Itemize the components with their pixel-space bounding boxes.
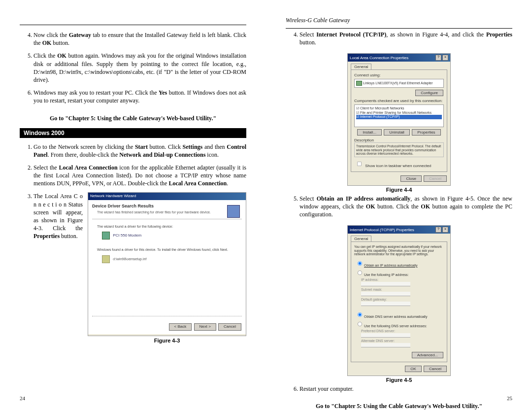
fig4-caption: Figure 4-4 <box>347 187 451 193</box>
pdns-input <box>361 333 410 338</box>
wizard-icon <box>227 205 240 218</box>
adapter-name: Linksys LNE100TX(v5) Fast Ethernet Adapt… <box>363 81 433 85</box>
left-step-5: Click the OK button again. Windows may a… <box>33 52 246 84</box>
nic-icon <box>356 81 362 86</box>
ip-input <box>361 282 410 286</box>
left-step-6: Windows may ask you to restart your PC. … <box>33 89 246 104</box>
fig3-title: Network Hardware Wizard <box>90 194 136 199</box>
device-icon <box>102 232 110 240</box>
figure-4-4: Local Area Connection Properties ? × Gen… <box>347 53 451 185</box>
gateway-label: Default gateway: <box>361 298 396 301</box>
cancel-button[interactable]: Cancel <box>218 323 241 331</box>
show-icon-checkbox[interactable] <box>357 162 362 166</box>
left-step-4: Now click the Gateway tab to ensure that… <box>33 31 246 47</box>
left-b-step-2: Select the Local Area Connection icon fo… <box>33 164 246 188</box>
use-dns-label: Use the following DNS server addresses: <box>364 324 427 328</box>
obtain-dns-label: Obtain DNS server address automatically <box>364 315 427 318</box>
ok-button[interactable]: OK <box>405 366 422 372</box>
fig4-cancel-button: Cancel <box>424 175 447 182</box>
back-button[interactable]: < Back <box>169 323 192 331</box>
left-list-b: Go to the Network screen by clicking the… <box>20 143 246 350</box>
component-client: Client for Microsoft Networks <box>360 106 404 110</box>
fig4-tab[interactable]: General <box>351 64 371 69</box>
configure-button[interactable]: Configure <box>415 90 443 96</box>
fig5-blurb: You can get IP settings assigned automat… <box>354 245 444 255</box>
right-step-6: Restart your computer. <box>299 385 512 393</box>
install-button[interactable]: Install... <box>357 129 382 136</box>
properties-button[interactable]: Properties <box>412 129 440 136</box>
gateway-input <box>361 302 410 306</box>
components-list[interactable]: ☑ Client for Microsoft Networks ☑ File a… <box>354 104 444 127</box>
adapter-field: Linksys LNE100TX(v5) Fast Ethernet Adapt… <box>354 79 444 88</box>
right-list-3: Restart your computer. <box>286 385 512 398</box>
use-ip-label: Use the following IP address: <box>364 273 409 276</box>
fig5-tab[interactable]: General <box>351 236 371 241</box>
fig5-caption: Figure 4-5 <box>347 377 451 383</box>
description-text: Transmission Control Protocol/Internet P… <box>354 142 444 157</box>
close-icon[interactable]: × <box>442 227 448 233</box>
right-list: Select Internet Protocol (TCP/IP), as sh… <box>286 31 512 51</box>
pdns-label: Preferred DNS server: <box>361 329 396 333</box>
help-icon[interactable]: ? <box>435 55 441 61</box>
uninstall-button[interactable]: Uninstall <box>384 129 410 136</box>
advanced-button[interactable]: Advanced... <box>412 352 443 358</box>
adns-input <box>361 343 410 347</box>
left-goto: Go to "Chapter 5: Using the Cable Gatewa… <box>20 115 246 122</box>
fig4-titlebar: Local Area Connection Properties ? × <box>348 54 450 62</box>
fig3-path: d:\win98\oemsetup.inf <box>113 257 146 261</box>
fig3-device: PCI 550 Modem <box>113 233 141 238</box>
section-windows-2000: Windows 2000 <box>20 128 246 138</box>
figure-4-3: Network Hardware Wizard Device Driver Se… <box>88 192 246 336</box>
left-b-step-3: The Local Area C o n n e c t i o n Statu… <box>33 192 246 344</box>
mask-input <box>361 292 410 296</box>
right-list-2: Select Obtain an IP address automaticall… <box>286 195 512 224</box>
next-button[interactable]: Next > <box>194 323 216 331</box>
right-step-4: Select Internet Protocol (TCP/IP), as sh… <box>299 31 512 46</box>
fig3-sub: The wizard has finished searching for dr… <box>97 210 227 214</box>
connect-using-label: Connect using: <box>354 73 444 77</box>
right-header: Wireless-G Cable Gateway <box>286 17 512 24</box>
mask-label: Subnet mask: <box>361 288 396 291</box>
driver-icon <box>102 255 110 263</box>
fig5-titlebar: Internet Protocol (TCP/IP) Properties ? … <box>348 226 450 234</box>
fig3-heading: Device Driver Search Results <box>92 203 242 209</box>
page-right: Wireless-G Cable Gateway Select Internet… <box>266 0 532 411</box>
left-list-a: Now click the Gateway tab to ensure that… <box>20 31 246 110</box>
page-number-left: 24 <box>20 395 25 401</box>
help-icon[interactable]: ? <box>435 227 441 233</box>
obtain-ip-label: Obtain an IP address automatically <box>364 264 417 267</box>
obtain-dns-radio[interactable] <box>358 312 362 317</box>
close-icon[interactable]: × <box>442 55 448 61</box>
ip-label: IP address: <box>361 278 396 281</box>
component-fileshare: File and Printer Sharing for Microsoft N… <box>360 111 432 114</box>
obtain-ip-radio[interactable] <box>358 261 362 266</box>
component-tcpip: Internet Protocol (TCP/IP) <box>360 115 400 118</box>
use-dns-radio[interactable] <box>358 322 362 326</box>
fig5-title: Internet Protocol (TCP/IP) Properties <box>350 228 414 232</box>
components-label: Components checked are used by this conn… <box>354 99 444 103</box>
show-icon-label: Show icon in taskbar when connected <box>365 164 431 168</box>
step3-text: The Local Area C o n n e c t i o n Statu… <box>33 192 83 240</box>
fig3-line2: Windows found a driver for this device. … <box>97 247 242 252</box>
fig3-caption: Figure 4-3 <box>88 337 246 344</box>
close-button[interactable]: Close <box>400 175 421 182</box>
page-left: Now click the Gateway tab to ensure that… <box>0 0 266 411</box>
left-b-step-1: Go to the Network screen by clicking the… <box>33 143 246 159</box>
right-goto: Go to "Chapter 5: Using the Cable Gatewa… <box>286 403 512 410</box>
page-number-right: 25 <box>507 395 512 401</box>
use-ip-radio[interactable] <box>358 271 362 275</box>
right-step-5: Select Obtain an IP address automaticall… <box>299 195 512 219</box>
fig3-titlebar: Network Hardware Wizard <box>88 193 246 200</box>
fig5-cancel-button[interactable]: Cancel <box>424 366 447 372</box>
adns-label: Alternate DNS server: <box>361 339 396 342</box>
description-label: Description <box>354 138 444 142</box>
figure-4-5: Internet Protocol (TCP/IP) Properties ? … <box>347 225 451 376</box>
fig3-line1: The wizard found a driver for the follow… <box>97 224 242 229</box>
fig4-title: Local Area Connection Properties <box>350 56 408 60</box>
